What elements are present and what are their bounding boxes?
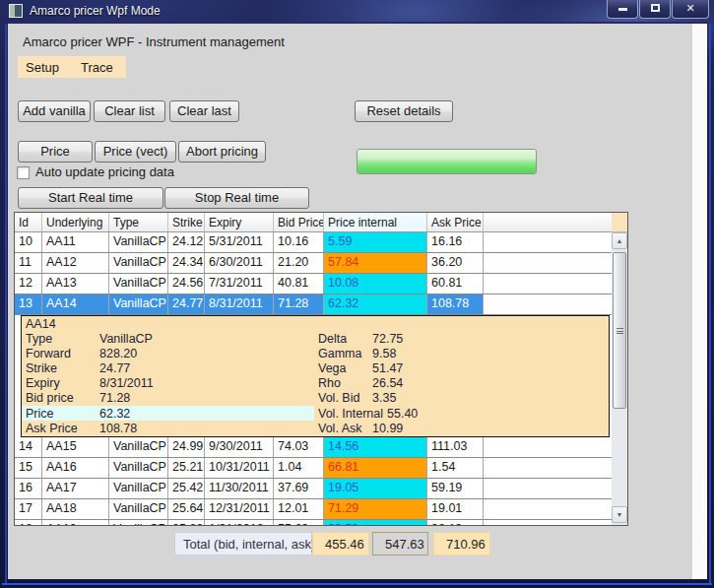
cell-type[interactable]: VanillaCP [109, 232, 168, 252]
cell-strike[interactable]: 24.77 [168, 294, 205, 314]
cell-id[interactable]: 12 [15, 274, 42, 294]
scrollbar-thumb[interactable] [613, 252, 626, 409]
cell-internal[interactable]: 5.59 [324, 232, 427, 252]
cell-expiry[interactable]: 11/30/2011 [205, 479, 274, 498]
column-header-ask-price[interactable]: Ask Price [427, 213, 484, 231]
cell-ask[interactable]: 19.01 [427, 499, 484, 519]
clear-last-button[interactable]: Clear last [169, 100, 239, 122]
tab-setup[interactable]: Setup [26, 60, 59, 75]
cell-type[interactable]: VanillaCP [109, 499, 168, 519]
scroll-down-icon[interactable]: ▼ [612, 506, 627, 523]
cell-strike[interactable]: 25.86 [168, 520, 205, 526]
cell-underlying[interactable]: AA18 [42, 499, 109, 519]
cell-underlying[interactable]: AA16 [42, 458, 109, 478]
cell-underlying[interactable]: AA19 [42, 520, 109, 526]
grid-row-aa16[interactable]: 15AA16VanillaCP25.2110/31/20111.0466.811… [15, 458, 612, 479]
grid-row-aa15[interactable]: 14AA15VanillaCP24.999/30/201174.0314.561… [15, 437, 612, 458]
add-vanilla-button[interactable]: Add vanilla [18, 100, 91, 122]
cell-strike[interactable]: 24.99 [168, 437, 205, 457]
cell-expiry[interactable]: 10/31/2011 [205, 458, 274, 478]
cell-ask[interactable]: 60.81 [427, 274, 484, 294]
cell-underlying[interactable]: AA17 [42, 479, 109, 498]
abort-pricing-button[interactable]: Abort pricing [178, 141, 266, 163]
cell-strike[interactable]: 24.34 [168, 253, 205, 273]
grid-row-aa18[interactable]: 17AA18VanillaCP25.6412/31/201112.0171.29… [15, 499, 612, 520]
cell-internal[interactable]: 23.53 [324, 520, 427, 526]
cell-strike[interactable]: 24.56 [168, 274, 205, 294]
cell-expiry[interactable]: 1/31/2012 [205, 520, 274, 526]
cell-expiry[interactable]: 7/31/2011 [205, 274, 274, 294]
cell-internal[interactable]: 62.32 [324, 294, 427, 314]
cell-id[interactable]: 18 [15, 520, 42, 526]
cell-underlying[interactable]: AA13 [42, 274, 109, 294]
cell-type[interactable]: VanillaCP [109, 520, 168, 526]
price-vect-button[interactable]: Price (vect) [95, 141, 176, 163]
column-header-type[interactable]: Type [109, 213, 168, 231]
cell-underlying[interactable]: AA12 [42, 253, 109, 273]
cell-type[interactable]: VanillaCP [109, 253, 168, 273]
cell-bid[interactable]: 1.04 [274, 458, 324, 478]
cell-ask[interactable]: 111.03 [427, 437, 484, 457]
cell-internal[interactable]: 14.56 [324, 437, 427, 457]
cell-ask[interactable]: 16.16 [427, 232, 484, 252]
start-real-time-button[interactable]: Start Real time [18, 187, 163, 209]
cell-type[interactable]: VanillaCP [109, 274, 168, 294]
cell-internal[interactable]: 10.08 [324, 274, 427, 294]
column-header-price-internal[interactable]: Price internal [324, 213, 427, 231]
cell-expiry[interactable]: 12/31/2011 [205, 499, 274, 519]
cell-bid[interactable]: 10.16 [274, 232, 324, 252]
cell-strike[interactable]: 25.42 [168, 479, 205, 498]
stop-real-time-button[interactable]: Stop Real time [164, 187, 309, 209]
cell-id[interactable]: 10 [15, 232, 42, 252]
cell-bid[interactable]: 40.81 [274, 274, 324, 294]
column-header-underlying[interactable]: Underlying [42, 213, 109, 231]
grid-row-aa12[interactable]: 11AA12VanillaCP24.346/30/201121.2057.843… [15, 253, 612, 274]
cell-bid[interactable]: 12.01 [274, 499, 324, 519]
cell-bid[interactable]: 37.69 [274, 479, 324, 498]
auto-update-checkbox[interactable] [17, 166, 30, 179]
cell-expiry[interactable]: 5/31/2011 [205, 232, 274, 252]
grid-row-aa13[interactable]: 12AA13VanillaCP24.567/31/201140.8110.086… [15, 274, 612, 294]
cell-expiry[interactable]: 9/30/2011 [205, 437, 274, 457]
cell-strike[interactable]: 25.64 [168, 499, 205, 519]
cell-expiry[interactable]: 8/31/2011 [205, 294, 274, 314]
total-internal-value[interactable]: 547.63 [372, 532, 428, 555]
grid-vertical-scrollbar[interactable]: ▲ ▼ [612, 213, 627, 525]
grid-row-aa19[interactable]: 18AA19VanillaCP25.861/31/201255.6323.539… [15, 520, 612, 526]
cell-ask[interactable]: 36.20 [427, 253, 484, 273]
cell-strike[interactable]: 25.21 [168, 458, 205, 478]
cell-strike[interactable]: 24.12 [168, 232, 205, 252]
column-header-id[interactable]: Id [15, 213, 42, 231]
minimize-button[interactable] [607, 0, 638, 19]
cell-underlying[interactable]: AA15 [42, 437, 109, 457]
cell-id[interactable]: 14 [15, 437, 42, 457]
cell-type[interactable]: VanillaCP [109, 437, 168, 457]
cell-expiry[interactable]: 6/30/2011 [205, 253, 274, 273]
column-header-strike[interactable]: Strike [168, 213, 205, 231]
cell-internal[interactable]: 71.29 [324, 499, 427, 519]
grid-row-aa11[interactable]: 10AA11VanillaCP24.125/31/201110.165.5916… [15, 232, 612, 253]
cell-ask[interactable]: 1.54 [427, 458, 484, 478]
cell-underlying[interactable]: AA14 [42, 294, 109, 314]
cell-bid[interactable]: 21.20 [274, 253, 324, 273]
cell-internal[interactable]: 19.05 [324, 479, 427, 498]
cell-internal[interactable]: 57.84 [324, 253, 427, 273]
cell-type[interactable]: VanillaCP [109, 479, 168, 498]
reset-details-button[interactable]: Reset details [355, 100, 453, 122]
grid-row-aa17[interactable]: 16AA17VanillaCP25.4211/30/201137.6919.05… [15, 479, 612, 499]
cell-type[interactable]: VanillaCP [109, 458, 168, 478]
scroll-up-icon[interactable]: ▲ [612, 232, 627, 249]
maximize-button[interactable] [639, 0, 671, 19]
cell-id[interactable]: 15 [15, 458, 42, 478]
price-button[interactable]: Price [18, 141, 93, 163]
column-header-expiry[interactable]: Expiry [205, 213, 274, 231]
cell-bid[interactable]: 55.63 [274, 520, 324, 526]
cell-bid[interactable]: 74.03 [274, 437, 324, 457]
grid-row-aa14[interactable]: 13AA14VanillaCP24.778/31/201171.2862.321… [15, 294, 612, 315]
column-header-bid-price[interactable]: Bid Price [274, 213, 324, 231]
cell-id[interactable]: 11 [15, 253, 42, 273]
cell-ask[interactable]: 108.78 [427, 294, 484, 314]
cell-type[interactable]: VanillaCP [109, 294, 168, 314]
tab-trace[interactable]: Trace [81, 60, 113, 75]
close-button[interactable]: ✕ [672, 0, 709, 19]
